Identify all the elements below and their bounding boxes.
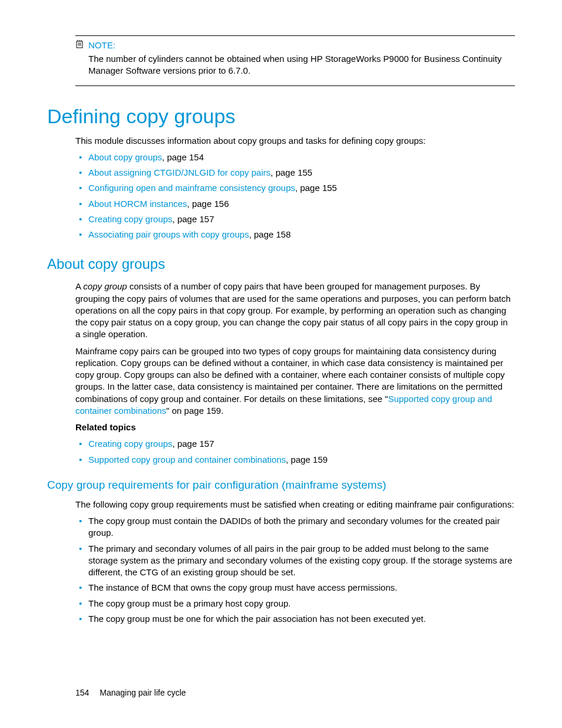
related-suffix: , page 159 bbox=[286, 454, 328, 465]
toc-list: About copy groups, page 154 About assign… bbox=[75, 151, 515, 241]
list-item: Supported copy group and container combi… bbox=[75, 454, 515, 466]
about-paragraph-2: Mainframe copy pairs can be grouped into… bbox=[75, 345, 515, 417]
em-copy-group: copy group bbox=[83, 281, 127, 291]
toc-link[interactable]: Creating copy groups bbox=[88, 214, 173, 224]
toc-suffix: , page 156 bbox=[187, 199, 229, 209]
toc-suffix: , page 155 bbox=[270, 167, 312, 177]
note-box: NOTE: The number of cylinders cannot be … bbox=[75, 35, 515, 86]
list-item: About assigning CTGID/JNLGID for copy pa… bbox=[75, 167, 515, 179]
related-link[interactable]: Supported copy group and container combi… bbox=[88, 454, 286, 465]
heading-copy-group-requirements: Copy group requirements for pair configu… bbox=[47, 479, 515, 492]
page-number: 154 bbox=[75, 688, 89, 697]
list-item: Creating copy groups, page 157 bbox=[75, 438, 515, 450]
toc-link[interactable]: About assigning CTGID/JNLGID for copy pa… bbox=[88, 167, 270, 177]
note-body: The number of cylinders cannot be obtain… bbox=[88, 53, 515, 77]
toc-link[interactable]: Configuring open and mainframe consisten… bbox=[88, 183, 295, 193]
list-item: About copy groups, page 154 bbox=[75, 151, 515, 163]
toc-link[interactable]: Associating pair groups with copy groups bbox=[88, 229, 249, 239]
list-item: The copy group must be a primary host co… bbox=[75, 598, 515, 610]
list-item: The primary and secondary volumes of all… bbox=[75, 543, 515, 579]
toc-suffix: , page 158 bbox=[249, 229, 291, 239]
toc-link[interactable]: About HORCM instances bbox=[88, 199, 187, 209]
list-item: Associating pair groups with copy groups… bbox=[75, 229, 515, 241]
toc-suffix: , page 155 bbox=[295, 183, 337, 193]
list-item: Configuring open and mainframe consisten… bbox=[75, 182, 515, 194]
intro-paragraph: This module discusses information about … bbox=[75, 135, 515, 147]
note-header: NOTE: bbox=[75, 39, 515, 51]
related-link[interactable]: Creating copy groups bbox=[88, 439, 173, 449]
toc-suffix: , page 154 bbox=[162, 152, 204, 162]
toc-suffix: , page 157 bbox=[173, 214, 214, 224]
list-item: The copy group must contain the DADIDs o… bbox=[75, 515, 515, 539]
text: " on page 159. bbox=[166, 406, 223, 416]
req-intro: The following copy group requirements mu… bbox=[75, 499, 515, 510]
svg-rect-0 bbox=[77, 41, 82, 48]
about-paragraph-1: A copy group consists of a number of cop… bbox=[75, 281, 515, 340]
req-list: The copy group must contain the DADIDs o… bbox=[75, 515, 515, 625]
note-icon bbox=[75, 39, 85, 51]
page-footer: 154 Managing pair life cycle bbox=[75, 688, 186, 697]
text: A bbox=[75, 281, 83, 291]
toc-link[interactable]: About copy groups bbox=[88, 152, 162, 162]
list-item: The copy group must be one for which the… bbox=[75, 613, 515, 625]
list-item: The instance of BCM that owns the copy g… bbox=[75, 582, 515, 594]
note-label: NOTE: bbox=[88, 40, 115, 50]
related-topics-label: Related topics bbox=[75, 421, 515, 433]
related-list: Creating copy groups, page 157 Supported… bbox=[75, 438, 515, 466]
heading-defining-copy-groups: Defining copy groups bbox=[47, 105, 515, 128]
list-item: About HORCM instances, page 156 bbox=[75, 198, 515, 210]
text: consists of a number of copy pairs that … bbox=[75, 281, 511, 339]
footer-title: Managing pair life cycle bbox=[100, 688, 186, 697]
heading-about-copy-groups: About copy groups bbox=[47, 256, 515, 272]
list-item: Creating copy groups, page 157 bbox=[75, 213, 515, 225]
related-suffix: , page 157 bbox=[173, 439, 214, 449]
